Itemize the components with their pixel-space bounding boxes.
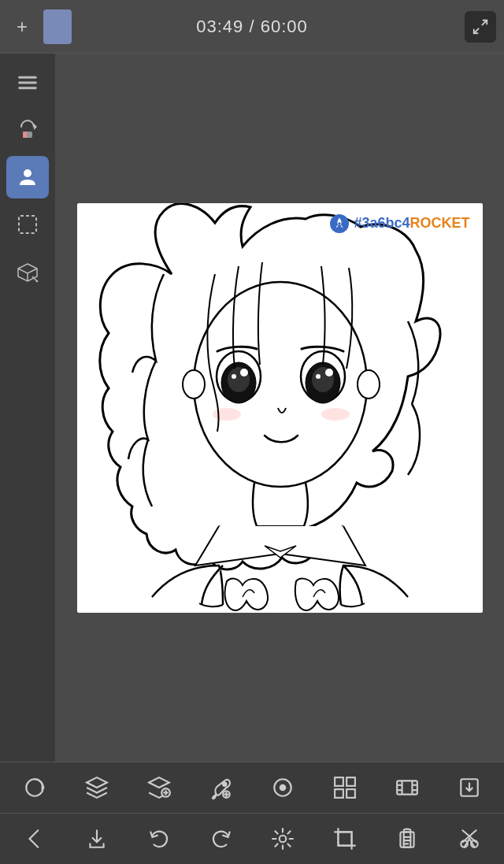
brand-name: #3a6bc4ROCKET [354,215,469,232]
svg-rect-63 [400,832,413,847]
svg-rect-41 [346,777,355,786]
svg-point-19 [232,374,236,379]
svg-line-57 [276,831,278,833]
svg-line-60 [276,844,278,846]
layer-ops-button[interactable] [138,766,180,809]
svg-point-28 [358,370,380,399]
svg-rect-2 [18,76,36,79]
svg-point-13 [339,222,342,225]
svg-point-61 [280,836,287,843]
save-button[interactable] [76,818,118,860]
svg-line-1 [474,28,479,32]
svg-rect-43 [346,789,355,798]
menu-button[interactable] [6,61,49,104]
svg-point-18 [240,369,248,376]
svg-rect-3 [18,82,36,84]
svg-point-25 [213,408,241,421]
film-button[interactable] [386,766,428,809]
import-button[interactable] [448,766,491,809]
svg-rect-9 [19,216,36,233]
brush-settings-button[interactable] [200,766,243,809]
cut-button[interactable] [448,818,491,860]
3d-transform-tool[interactable] [6,250,49,293]
back-button[interactable] [13,818,56,860]
svg-rect-40 [335,777,343,786]
svg-point-27 [183,370,205,399]
svg-point-26 [321,408,350,421]
bottom-toolbar [0,762,504,813]
add-button[interactable]: + [8,13,36,41]
svg-point-23 [325,369,333,376]
svg-marker-5 [34,124,37,130]
crop-button[interactable] [324,818,366,860]
canvas-area: #3a6bc4ROCKET [55,54,504,762]
rotate-tool-button[interactable] [13,766,56,809]
left-sidebar [0,54,55,762]
layers-button[interactable] [76,766,118,809]
expand-button[interactable] [465,11,496,43]
grid-button[interactable] [324,766,366,809]
layer-thumbnail[interactable] [43,9,72,44]
drawing-canvas[interactable]: #3a6bc4ROCKET [77,203,483,613]
svg-point-39 [280,784,287,792]
svg-rect-64 [404,832,411,847]
watermark: #3a6bc4ROCKET [330,214,469,233]
transform-tool[interactable] [6,109,49,151]
effects-button[interactable] [261,818,304,860]
top-bar: + 03:49 / 60:00 [0,0,504,54]
anime-art [77,203,483,613]
redo-button[interactable] [200,818,243,860]
layer-tool[interactable] [6,156,49,198]
bottom-action-bar [0,813,504,864]
select-tool[interactable] [6,203,49,246]
svg-point-24 [316,374,321,379]
svg-line-0 [482,20,487,24]
svg-rect-7 [23,132,27,138]
clipboard-button[interactable] [386,818,428,860]
svg-line-59 [288,831,291,833]
svg-rect-44 [397,781,417,794]
svg-rect-62 [339,832,352,845]
timer-display: 03:49 / 60:00 [196,17,307,37]
svg-rect-42 [335,789,343,798]
svg-point-34 [223,783,226,786]
svg-rect-4 [18,87,36,89]
svg-line-58 [288,844,291,846]
stamp-tool-button[interactable] [261,766,304,809]
undo-button[interactable] [138,818,180,860]
rocket-logo [330,214,349,233]
svg-point-8 [24,169,32,177]
